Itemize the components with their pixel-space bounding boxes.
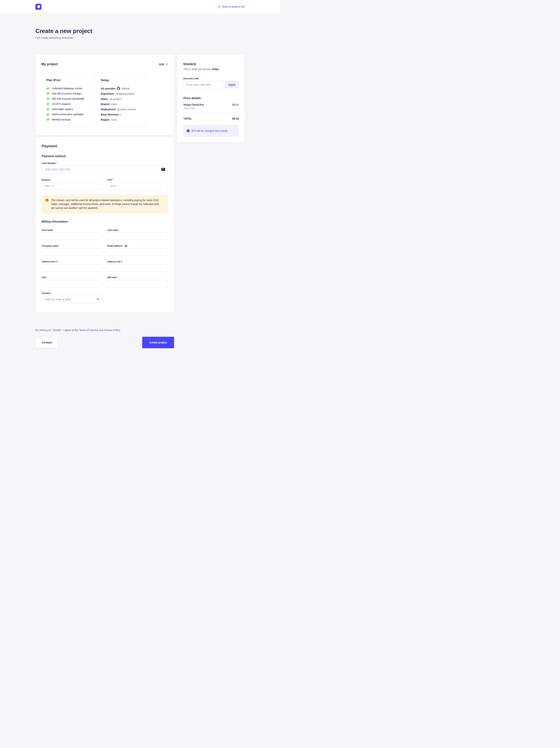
zip-code-input[interactable]: [107, 280, 168, 287]
plan-subcard: Plan (Pro) Unlimited database entries 25…: [41, 72, 92, 128]
required-marker: *: [112, 179, 113, 181]
first-name-label: First name: [42, 229, 102, 232]
country-group: Country* Select or enter a value: [42, 292, 102, 303]
card-number-group: Card Number*: [42, 162, 168, 173]
email-info-icon[interactable]: i: [125, 244, 127, 247]
strapi-logo-icon[interactable]: [35, 4, 42, 10]
check-circle-icon: [46, 113, 50, 116]
discount-code-input[interactable]: [183, 81, 223, 88]
cvc-group: CVC*: [107, 179, 168, 190]
city-input[interactable]: [42, 280, 102, 287]
first-name-input[interactable]: [42, 233, 102, 240]
required-marker: *: [57, 260, 58, 263]
setup-row-branch: Branch main: [101, 102, 142, 106]
setup-value: my-project: [109, 97, 121, 100]
billing-information-title: Billing information: [42, 220, 168, 223]
plan-feature: Selectable regions: [46, 108, 88, 111]
required-marker: *: [117, 276, 118, 279]
card-number-input[interactable]: [42, 166, 168, 173]
zip-code-label: ZIP code*: [107, 276, 168, 279]
expires-group: Expires*: [42, 179, 102, 190]
page-title: Create a new project: [35, 28, 245, 34]
setup-value: main: [111, 103, 117, 106]
check-circle-icon: [46, 102, 50, 106]
title-block: Create a new project Lets create somethi…: [35, 28, 245, 39]
setup-label: Repository: [101, 92, 114, 95]
company-name-input[interactable]: [42, 248, 102, 256]
cvc-label: CVC*: [107, 179, 168, 181]
expires-input[interactable]: [42, 182, 102, 190]
address-line-1-input[interactable]: [42, 264, 102, 272]
go-back-button[interactable]: Go back: [35, 337, 58, 348]
invoice-subtitle: This is what you will pay today: [183, 68, 239, 71]
setup-label: Branch: [101, 103, 109, 106]
required-marker: *: [56, 162, 57, 165]
city-group: City*: [42, 276, 102, 287]
price-details-section: Price details Strapi Cloud Pro $8.04 Thi…: [183, 97, 239, 137]
setup-label: Name: [101, 97, 108, 100]
plan-title: Plan (Pro): [46, 78, 88, 82]
setup-subcard: Setup Git provider GitHub Repository s: [96, 72, 147, 128]
privacy-policy-link[interactable]: Privacy Policy: [104, 329, 120, 331]
setup-label: Base directory: [101, 113, 119, 116]
plan-feature: Multi-environment available: [46, 113, 88, 116]
address-line-2-input[interactable]: [107, 264, 168, 272]
setup-row-deployment: Deployment At every commit: [101, 108, 142, 111]
last-name-label: Last name: [107, 229, 168, 232]
email-address-label: Email address*: [107, 244, 123, 247]
github-icon: [117, 87, 120, 90]
plan-feature: 250 GB of assets storage: [46, 92, 88, 95]
country-select[interactable]: Select or enter a value: [42, 296, 102, 303]
first-name-group: First name: [42, 229, 102, 240]
terms-of-service-link[interactable]: Terms of Service: [79, 329, 98, 331]
setup-row-base-directory: Base directory /: [101, 113, 142, 116]
line-item-name: Strapi Cloud Pro: [183, 103, 204, 106]
required-marker: *: [46, 276, 47, 279]
setup-title: Setup: [101, 78, 142, 82]
check-circle-icon: [46, 118, 50, 121]
setup-row-repository: Repository strapi/my-project: [101, 92, 142, 95]
setup-value: strapi/my-project: [116, 92, 135, 95]
redo-icon: [218, 5, 221, 8]
app-header: Back to projects list: [0, 0, 280, 14]
plan-feature: 500 GB of assets bandwidth: [46, 97, 88, 100]
create-project-button[interactable]: Create project: [142, 337, 174, 348]
back-link-label: Back to projects list: [222, 5, 245, 8]
discount-section: Discount code Apply: [183, 77, 239, 88]
payment-title: Payment: [42, 144, 168, 148]
edit-project-button[interactable]: Edit: [159, 63, 168, 66]
card-number-label: Card Number*: [42, 162, 168, 165]
payment-card: Payment Payment method Card Number*: [35, 137, 174, 313]
setup-label: Git provider: [101, 87, 115, 90]
next-month-note-text: $75 will be charged next month.: [192, 130, 228, 132]
apply-discount-button[interactable]: Apply: [225, 81, 239, 88]
check-circle-icon: [46, 97, 50, 100]
total-label: TOTAL: [183, 117, 192, 120]
country-label: Country*: [42, 292, 102, 295]
create-project-page: Back to projects list Create a new proje…: [0, 0, 280, 374]
card-usage-notice-text: The chosen card will be used for all pro…: [51, 198, 162, 210]
country-select-placeholder: Select or enter a value: [45, 298, 71, 301]
setup-value: /: [120, 113, 121, 116]
last-name-input[interactable]: [107, 233, 168, 240]
footer-actions: Go back Create project: [35, 337, 174, 348]
back-to-projects-link[interactable]: Back to projects list: [218, 5, 245, 8]
last-name-group: Last name: [107, 229, 168, 240]
city-label: City*: [42, 276, 102, 279]
cvc-input[interactable]: [107, 182, 168, 190]
plan-feature: Unlimited database entries: [46, 87, 88, 90]
email-address-group: Email address* i: [107, 244, 168, 256]
address-line-1-group: Address line 1*: [42, 260, 102, 272]
warning-icon: !: [45, 199, 49, 202]
invoice-title: Invoice: [183, 62, 239, 66]
setup-row-name: Name my-project: [101, 97, 142, 101]
check-circle-icon: [46, 87, 50, 90]
email-address-input[interactable]: [107, 248, 168, 256]
payment-method-title: Payment method: [42, 155, 168, 158]
company-name-group: Company name*: [42, 244, 102, 256]
price-details-title: Price details: [183, 97, 239, 100]
page-subtitle: Lets create something awesome!: [35, 36, 245, 39]
required-marker: *: [123, 244, 123, 247]
setup-label: Deployment: [101, 108, 116, 111]
plan-feature-label: Selectable regions: [52, 108, 73, 111]
